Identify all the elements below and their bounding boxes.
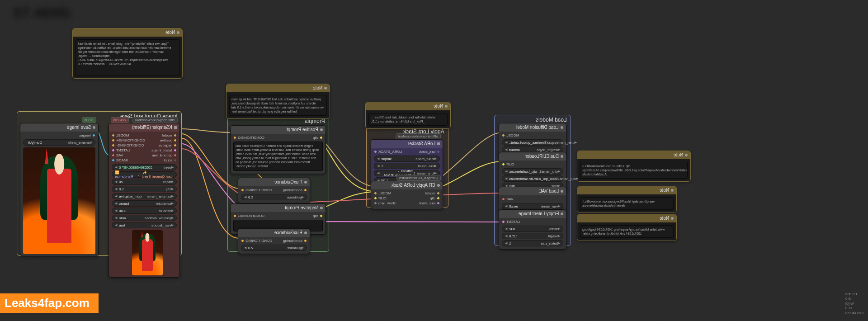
node-load-vae[interactable]: Load VAE VAE ◀ae.sftvae_name▶: [499, 187, 566, 212]
out-clip[interactable]: CLIP: [374, 196, 396, 200]
node-ksampler[interactable]: efficiency-nodes-comfyui 274.70s KSample…: [108, 123, 180, 278]
in-model[interactable]: model: [151, 133, 177, 137]
node-dual-clip[interactable]: DualCLIPLoader CLIP ◀clip_l.safetensorsc…: [499, 152, 566, 192]
widget-seed-control[interactable]: 🔀 Randomize/✨ Last Queued Seed: [112, 171, 177, 178]
collapse-icon[interactable]: [561, 126, 563, 129]
out-cond-neg[interactable]: CONDITIONING-: [112, 143, 145, 147]
widget-scheduler[interactable]: ◀karrasscheduler▶: [112, 200, 177, 207]
collapse-icon[interactable]: [324, 87, 327, 90]
out-image[interactable]: IMAGE: [112, 158, 145, 162]
node-title: KSampler (Efficient): [109, 123, 179, 132]
collapse-icon[interactable]: [671, 189, 674, 192]
in-cond[interactable]: conditioning: [283, 188, 307, 192]
out-lora-stack[interactable]: LORA_STACK: [374, 150, 402, 154]
collapse-icon[interactable]: [671, 217, 674, 220]
in-images[interactable]: images: [79, 133, 95, 137]
prompt-text[interactable]: Highly realistic image of a woman Oliv@r…: [233, 142, 323, 171]
node-flux-guidance-pos[interactable]: FluxGuidance CONDITIONING conditioning ◀…: [238, 178, 310, 203]
widget-denoise[interactable]: ◀1.00denoise▶: [112, 208, 177, 214]
out-model[interactable]: MODEL: [374, 191, 396, 195]
in-vae[interactable]: optional_vae: [151, 153, 177, 157]
collapse-icon[interactable]: [304, 181, 307, 184]
out-cond[interactable]: CONDITIONING: [241, 188, 272, 192]
in-lora-stack[interactable]: lora_stack: [419, 150, 440, 154]
widget-vae-name[interactable]: ◀ae.sftvae_name▶: [502, 203, 563, 209]
widget-clip1[interactable]: ◀clip_l.safetensorsclip_name1▶: [502, 168, 563, 175]
collapse-icon[interactable]: [445, 105, 448, 108]
out-model[interactable]: MODEL: [502, 133, 519, 137]
save-image-preview[interactable]: [23, 147, 95, 254]
collapse-icon[interactable]: [685, 154, 688, 156]
widget-guidance[interactable]: ◀2.0guidance▶: [241, 245, 307, 251]
out-clip[interactable]: CLIP: [502, 162, 514, 166]
out-cond[interactable]: CONDITIONING: [241, 239, 272, 243]
note-text[interactable]: whkle dein flux lora model. ziel: lora-D…: [368, 113, 448, 126]
out-cond-pos[interactable]: CONDITIONING+: [112, 138, 145, 142]
widget-input-mode[interactable]: ◀simpleinput_mode▶: [374, 156, 440, 162]
collapse-icon[interactable]: [177, 31, 179, 34]
collapse-icon[interactable]: [304, 231, 307, 234]
widget-height[interactable]: ◀1216height▶: [502, 233, 563, 239]
in-clip[interactable]: clip: [313, 136, 323, 140]
widget-unet-name[interactable]: ◀copaxTimeless_vplus4.safet..unet_name▶: [502, 139, 563, 146]
in-clip[interactable]: clip: [313, 214, 323, 218]
widget-steps[interactable]: ◀20steps▶: [112, 179, 177, 185]
in-latent[interactable]: latent_image: [151, 148, 177, 152]
widget-guidance[interactable]: ◀2.0guidance▶: [241, 194, 307, 200]
out-model[interactable]: MODEL: [112, 133, 145, 137]
collapse-icon[interactable]: [174, 126, 177, 129]
node-flux-guidance-neg[interactable]: FluxGuidance CONDITIONING conditioning ◀…: [238, 228, 310, 254]
collapse-icon[interactable]: [561, 155, 563, 158]
node-positive-prompt[interactable]: Positive Prompt CONDITIONING clip Highly…: [230, 125, 326, 174]
in-script[interactable]: script: [151, 158, 177, 162]
collapse-icon[interactable]: [561, 212, 563, 215]
in-positive[interactable]: positive: [151, 138, 177, 142]
note-text[interactable]: clip_i elfm ex cos.emowsatovflils.l-alv/…: [580, 162, 688, 179]
in-cond[interactable]: conditioning: [283, 239, 307, 243]
collapse-icon[interactable]: [437, 142, 440, 145]
widget-lora-count[interactable]: ◀1lora_count▶: [374, 163, 440, 169]
in-negative[interactable]: negative: [151, 143, 177, 147]
note-text[interactable]: vae gibt es aleyi hitos//Nowgbose.comemb…: [580, 197, 674, 210]
note-models[interactable]: Note whkle dein flux lora model. ziel: l…: [365, 102, 451, 129]
widget-seed[interactable]: ◀0 253290408851487seed▶: [112, 164, 177, 170]
out-latent[interactable]: LATENT: [112, 148, 145, 152]
note-prompts[interactable]: Note positive prompt: aschreibe das bild…: [226, 84, 330, 119]
collapse-icon[interactable]: [437, 184, 440, 187]
ksampler-preview-image: [132, 230, 163, 275]
widget-sampler[interactable]: ◀dpm_adaptivesampler_name▶: [112, 193, 177, 199]
node-graph-canvas[interactable]: Load Models Apply Lora Stack Prompts Ima…: [0, 0, 868, 321]
out-vae[interactable]: VAE: [112, 153, 145, 157]
note-latent[interactable]: Note wkla deine bildauflosung/ empeflung…: [577, 214, 677, 241]
collapse-icon[interactable]: [561, 190, 563, 193]
collapse-icon[interactable]: [320, 207, 323, 209]
widget-vae-decode[interactable]: ◀truevae_decode▶: [112, 222, 177, 228]
out-latent[interactable]: LATENT: [502, 220, 520, 224]
out-vae[interactable]: VAE: [502, 197, 513, 201]
collapse-icon[interactable]: [320, 128, 323, 131]
collapse-icon[interactable]: [93, 126, 95, 129]
node-load-diffusion[interactable]: Load Diffusion Model MODEL ◀copaxTimeles…: [499, 123, 566, 156]
widget-clip2[interactable]: ◀t5xxl_fp8_e4m3fn.safetensorsclip_name2▶: [502, 175, 563, 182]
widget-cfg[interactable]: ◀1.0cfg▶: [112, 186, 177, 192]
node-source-badge: ComfyUI_CustomNodes: [396, 175, 441, 181]
in-model[interactable]: model: [419, 191, 440, 195]
note-vae[interactable]: Note vae gibt es aleyi hitos//Nowgbose.c…: [577, 186, 677, 213]
note-text[interactable]: Tipps: wie stelle "efficiency" ein - gut…: [75, 39, 179, 76]
node-save-image[interactable]: 0.88s Save Image images ComfyUIfilename_…: [20, 123, 99, 256]
out-cond[interactable]: CONDITIONING: [233, 214, 264, 218]
note-text[interactable]: positive prompt: aschreibe das bild DETA…: [229, 95, 327, 116]
widget-filename-prefix[interactable]: ComfyUIfilename_prefix: [23, 139, 95, 146]
node-empty-latent[interactable]: Empty Latent Image LATENT ◀832width▶ ◀12…: [499, 209, 566, 250]
widget-preview[interactable]: ◀autopreview_method▶: [112, 215, 177, 221]
widget-width[interactable]: ◀832width▶: [502, 226, 563, 232]
widget-batch[interactable]: ◀1batch_size▶: [502, 240, 563, 246]
in-lora[interactable]: lora_stack: [419, 201, 440, 205]
node-cr-apply-lora[interactable]: ComfyUI_CustomNodes CR Apply LoRA Stack …: [371, 181, 443, 209]
note-text[interactable]: wkla deine bildauflosung/ empeflung 1424…: [580, 225, 674, 238]
in-clip[interactable]: clip: [419, 196, 440, 200]
note-tipps[interactable]: Note Tipps: wie stelle "efficiency" ein …: [72, 28, 183, 79]
out-cond[interactable]: CONDITIONING: [233, 136, 264, 140]
out-help[interactable]: show_help: [374, 201, 396, 205]
note-clip[interactable]: Note clip_i elfm ex cos.emowsatovflils.l…: [577, 151, 691, 182]
